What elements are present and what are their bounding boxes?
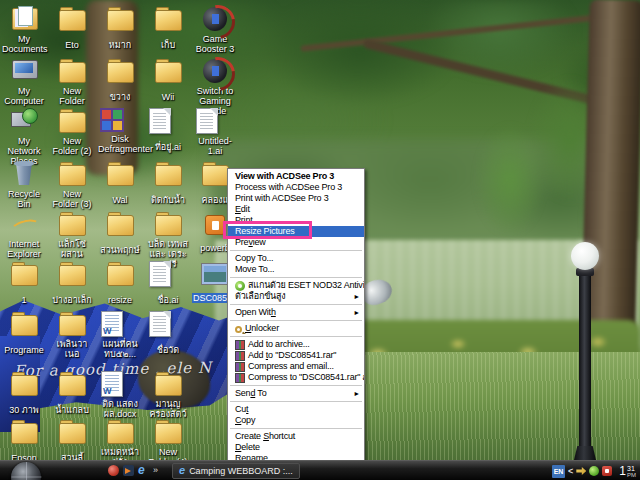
menu-item-resize-pictures[interactable]: Resize Pictures ► [228, 226, 364, 237]
submenu-arrow-icon: ► [353, 291, 360, 302]
rar-icon [235, 340, 245, 350]
menu-item-compress-to-dsc08541-rar-and-email[interactable]: Compress to "DSC08541.rar" and email ► [228, 372, 364, 383]
tray-update-icon[interactable] [576, 466, 586, 476]
desktop-icon-docx[interactable]: ติด แสดงผล.docx [97, 371, 143, 421]
wallpaper-lamp-base [574, 446, 596, 460]
menu-item-label: Delete [235, 442, 260, 453]
desktop-icon-label: resize [107, 295, 133, 305]
tray-expand-chevron[interactable]: < [568, 466, 573, 476]
menu-item-add-to-archive[interactable]: Add to archive... ► [228, 339, 364, 350]
menu-item-label: Create Shortcut [235, 431, 295, 442]
menu-item-move-to[interactable]: Move To... ► [228, 264, 364, 275]
desktop-icon-item-21[interactable]: แล็กโซ่ผสาน [49, 211, 95, 261]
menu-item-process-with-acdsee-pro-3[interactable]: Process with ACDSee Pro 3 ► [228, 182, 364, 193]
desktop-icon-item-26[interactable]: ปางอาเล็ก [49, 261, 95, 307]
desktop-icon-ai[interactable]: ชื่อ.ai [145, 261, 191, 307]
desktop-icon-item-37[interactable]: มานุญครองสัตว์ [145, 371, 191, 421]
desktop-icon-my-computer[interactable]: My Computer [1, 58, 47, 108]
desktop-icon-eto[interactable]: Eto [49, 6, 95, 52]
desktop-icon-new-folder-3[interactable]: New Folder (3) [49, 161, 95, 211]
menu-item-delete[interactable]: Delete ► [228, 442, 364, 453]
desktop-icon-resize[interactable]: resize [97, 261, 143, 307]
menu-item-eset-nod32-antivirus[interactable]: สแกนด้วย ESET NOD32 Antivirus ► [228, 280, 364, 291]
internet-explorer-quicklaunch-icon[interactable]: e [138, 465, 149, 476]
desktop-icon-recycle-bin[interactable]: Recycle Bin [1, 161, 47, 211]
desktop-icon-label: สวนพฤกษ์ [99, 245, 140, 255]
language-indicator[interactable]: EN [552, 465, 565, 478]
menu-item-print[interactable]: Print ► [228, 215, 364, 226]
desktop-icon-label: Wal [111, 195, 128, 205]
desktop-icon-label: น้ำแกลบ [54, 405, 90, 415]
menu-item-label: Open With [235, 307, 276, 318]
desktop-icon-item-31[interactable]: เพลินวาเนอ [49, 311, 95, 361]
desktop-icon-new-folder[interactable]: New Folder [49, 58, 95, 108]
desktop-icon-item-7[interactable]: ขวาง [97, 58, 143, 104]
menu-item-label: Add to "DSC08541.rar" [248, 350, 336, 361]
desktop-icon-label: ขวาง [109, 92, 132, 102]
menu-item-view-with-acdsee-pro-3[interactable]: View with ACDSee Pro 3 ► [228, 171, 364, 182]
menu-item-print-with-acdsee-pro-3[interactable]: Print with ACDSee Pro 3 ► [228, 193, 364, 204]
orange-icon [205, 215, 225, 235]
desktop-icon-item-35[interactable]: น้ำแกลบ [49, 371, 95, 417]
task-button-camping-webboard[interactable]: e Camping WEBBOARD :... [172, 463, 300, 479]
desktop-icon-30[interactable]: 30 ภาพ [1, 371, 47, 417]
desktop-icon-label: มานุญครองสัตว์ [145, 399, 191, 419]
folder-icon [153, 58, 183, 84]
wallpaper-lamp-pole [579, 274, 591, 460]
menu-item-preview[interactable]: Preview ► [228, 237, 364, 248]
menu-item-copy[interactable]: Copy ► [228, 415, 364, 426]
menu-item-item-12[interactable]: ตัวเลือกขั้นสูง ► [228, 291, 364, 302]
menu-item-label: ตัวเลือกขั้นสูง [235, 291, 286, 302]
desktop-icon-internet-explorer[interactable]: Internet Explorer [1, 211, 47, 261]
desktop-icon-my-network-places[interactable]: My Network Places [1, 108, 47, 168]
desktop-icon-1[interactable]: 1 [1, 261, 47, 307]
folder-icon [57, 6, 87, 32]
menu-item-edit[interactable]: Edit ► [228, 204, 364, 215]
desktop-icon-label: New Folder [49, 86, 95, 106]
folder-icon [57, 419, 87, 445]
folder-icon [57, 371, 87, 397]
menu-item-label: Edit [235, 204, 250, 215]
rar-icon [235, 373, 245, 383]
start-button[interactable] [11, 462, 41, 480]
desktop-icon-wii[interactable]: Wii [145, 58, 191, 104]
menu-item-cut[interactable]: Cut ► [228, 404, 364, 415]
quicklaunch-overflow-chevron[interactable]: » [153, 465, 164, 476]
menu-item-unlocker[interactable]: Unlocker ► [228, 323, 364, 334]
menu-item-copy-to[interactable]: Copy To... ► [228, 253, 364, 264]
menu-item-label: Send To [235, 388, 266, 399]
taskbar-clock[interactable]: 1 31 PM [619, 465, 636, 478]
desktop-icon-item-39[interactable]: สวนลี้ [49, 419, 95, 465]
desktop-icon-new-folder-2[interactable]: New Folder (2) [49, 108, 95, 158]
menu-item-open-with[interactable]: Open With ► [228, 307, 364, 318]
desktop-icon-item-22[interactable]: สวนพฤกษ์ [97, 211, 143, 257]
desktop-screen: For a good time ..ele N My Documents Eto… [0, 0, 640, 480]
wallpaper-branch [363, 39, 617, 111]
desktop-icon-wal[interactable]: Wal [97, 161, 143, 207]
desktop-icon-item-32[interactable]: แผนที่คนทบ๕๒... [97, 311, 143, 361]
desktop-icon-my-documents[interactable]: My Documents [1, 6, 47, 56]
desktop-icon-item-2[interactable]: หมาก [97, 6, 143, 52]
eset-nod32-tray-icon[interactable] [589, 466, 599, 476]
docx-icon [101, 371, 123, 397]
menu-separator [230, 428, 362, 429]
menu-item-send-to[interactable]: Send To ► [228, 388, 364, 399]
desktop-icon-untitled-1-ai[interactable]: Untitled-1.ai [192, 108, 238, 158]
clock-hour: 1 [619, 465, 626, 477]
menu-item-compress-and-email[interactable]: Compress and email... ► [228, 361, 364, 372]
desktop-icon-item-3[interactable]: เก็บ [145, 6, 191, 52]
desktop-icon-item-33[interactable]: ชื่อวัด [145, 311, 191, 357]
desktop-icon-programe[interactable]: Programe [1, 311, 47, 357]
menu-item-add-to-dsc08541-rar[interactable]: Add to "DSC08541.rar" ► [228, 350, 364, 361]
desktop-icon-game-booster-3[interactable]: Game Booster 3 [192, 6, 238, 56]
desktop-icon-epson[interactable]: Epson [1, 419, 47, 465]
desktop-icon-ai[interactable]: ที่อยู่.ai [145, 108, 191, 154]
menu-item-create-shortcut[interactable]: Create Shortcut ► [228, 431, 364, 442]
game-booster-quicklaunch-icon[interactable] [108, 465, 119, 476]
tray-alert-icon[interactable] [602, 466, 612, 476]
ie-icon [9, 211, 39, 237]
desktop-icon-item-18[interactable]: ติดกับน้ำ [145, 161, 191, 207]
acdsee-quicklaunch-icon[interactable] [123, 465, 134, 476]
menu-item-label: Add to archive... [248, 339, 310, 350]
desktop-icon-disk-defragmenter[interactable]: Disk Defragmenter [97, 108, 143, 156]
